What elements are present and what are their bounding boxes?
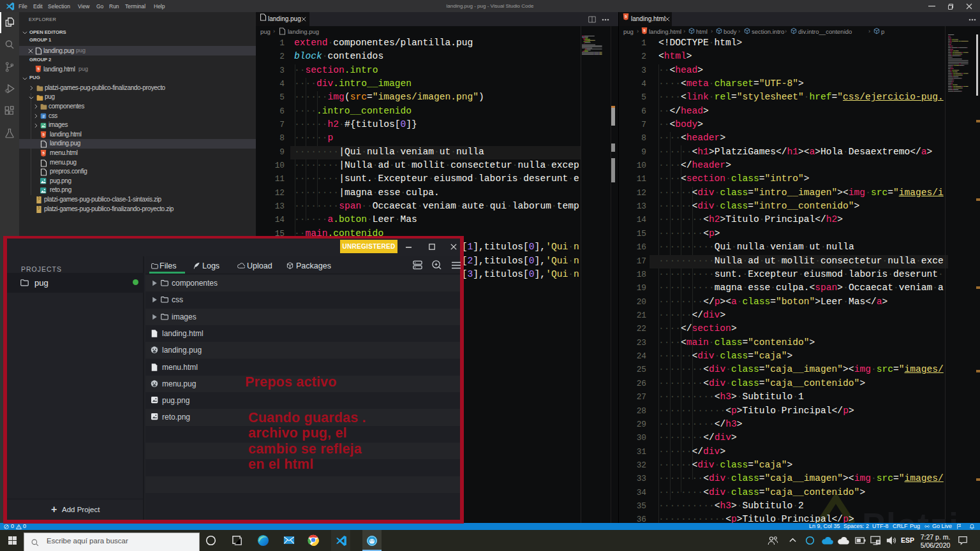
- svg-text:5: 5: [643, 28, 646, 33]
- svg-text:#: #: [42, 114, 45, 119]
- svg-text:5: 5: [625, 14, 627, 18]
